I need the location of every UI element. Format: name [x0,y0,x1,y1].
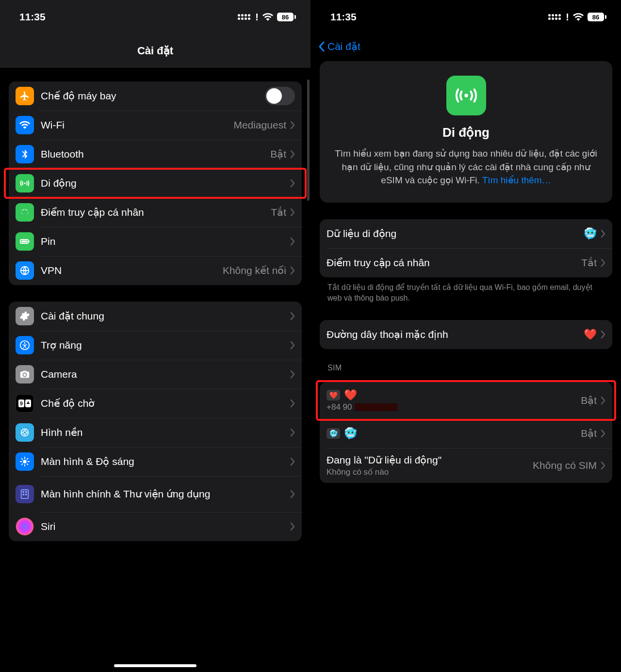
cellular-alert-icon: ! [566,11,569,23]
camera-icon [16,365,34,384]
row-hotspot-s2[interactable]: Điểm truy cập cá nhân Tắt [320,248,612,277]
chevron-right-icon [601,330,605,339]
hotspot-value: Tắt [271,207,286,218]
svg-point-6 [24,342,26,344]
chevron-right-icon [290,266,295,275]
wifi-value: Mediaguest [233,119,286,131]
row-general[interactable]: Cài đặt chung [9,302,302,331]
chevron-right-icon [290,179,295,188]
row-camera[interactable]: Camera [9,360,302,389]
redacted-number [355,403,397,411]
standby-label: Chế độ chờ [41,398,290,409]
row-mobile-data[interactable]: Dữ liệu di động 🥶 [320,219,612,248]
chevron-right-icon [290,237,295,246]
mobile-data-label: Dữ liệu di động [327,228,584,240]
siri-label: Siri [41,521,290,532]
display-brightness-icon [16,452,34,471]
chevron-right-icon [601,461,605,470]
status-time: 11:35 [330,11,357,23]
hotspot-icon [16,203,34,222]
sim1-number: +84 90 [327,402,581,412]
siri-icon [16,517,34,536]
row-homescreen[interactable]: Màn hình chính & Thư viện ứng dụng [9,476,302,512]
wifi-row-icon [16,116,34,134]
battery-icon: 86 [588,13,606,21]
row-sim-3[interactable]: Đang là "Dữ liệu di động" Không có số nà… [320,448,612,483]
wifi-label: Wi-Fi [41,119,233,131]
row-hotspot[interactable]: Điểm truy cập cá nhân Tắt [9,198,302,227]
vpn-value: Không kết nối [223,265,286,276]
back-button[interactable]: Cài đặt [311,29,621,61]
gear-icon [16,307,34,325]
sim1-value: Bật [581,395,597,406]
page-title: Cài đặt [0,29,310,68]
airplane-toggle[interactable] [265,87,295,105]
vpn-label: VPN [41,265,223,276]
chevron-right-icon [601,258,605,267]
row-siri[interactable]: Siri [9,512,302,541]
row-bluetooth[interactable]: Bluetooth Bật [9,140,302,169]
chevron-right-icon [601,229,605,238]
bluetooth-label: Bluetooth [41,148,270,160]
home-indicator[interactable] [114,664,196,667]
svg-point-14 [23,460,26,463]
cellular-screen: 11:35 ! 86 Cài đặt Di động Tìm hiểu [310,0,621,672]
row-vpn[interactable]: VPN Không kết nối [9,256,302,285]
row-wallpaper[interactable]: Hình nền [9,418,302,447]
row-battery[interactable]: Pin [9,227,302,256]
hotspot-label: Điểm truy cập cá nhân [41,207,271,218]
cellular-alert-icon: ! [255,11,259,23]
row-accessibility[interactable]: Trợ năng [9,331,302,360]
sim2-tag-icon: 🥶 [327,428,340,439]
cellular-label: Di động [41,177,290,189]
default-line-value: ❤️ [584,328,597,341]
settings-group-connectivity: Chế độ máy bay Wi-Fi Mediaguest Bluetoot… [9,81,302,285]
display-label: Màn hình & Độ sáng [41,456,290,467]
sim1-tag-icon: ❤️ [327,390,340,400]
svg-point-13 [23,431,26,434]
row-wifi[interactable]: Wi-Fi Mediaguest [9,111,302,140]
svg-rect-3 [21,240,27,242]
group-sim: ❤️ ❤️ +84 90 Bật 🥶 🥶 Bật Đang là "D [320,382,612,483]
svg-point-0 [24,182,25,184]
chevron-right-icon [290,399,295,408]
cellular-signal-icon [238,14,250,20]
wifi-icon [262,13,273,21]
default-line-label: Đường dây thoại mặc định [327,329,584,340]
row-sim-1[interactable]: ❤️ ❤️ +84 90 Bật [320,382,612,419]
bluetooth-icon [16,145,34,163]
general-label: Cài đặt chung [41,310,290,322]
learn-more-link[interactable]: Tìm hiểu thêm… [482,175,551,185]
svg-rect-11 [28,401,29,403]
sim-section-header: SIM [320,349,612,376]
status-bar: 11:35 ! 86 [311,0,621,29]
chevron-right-icon [290,370,295,379]
row-sim-2[interactable]: 🥶 🥶 Bật [320,419,612,448]
svg-rect-18 [22,494,24,496]
hero-description: Tìm hiểu xem bạn đang sử dụng bao nhiêu … [331,147,601,187]
chevron-right-icon [290,208,295,217]
svg-rect-17 [25,491,27,493]
wallpaper-label: Hình nền [41,427,290,438]
standby-icon: 9 [16,394,34,413]
cellular-hero-icon [446,76,486,115]
scrollbar[interactable] [307,80,310,201]
chevron-right-icon [290,490,295,498]
sim1-name: ❤️ [344,389,581,401]
row-cellular[interactable]: Di động [9,169,302,198]
chevron-right-icon [290,341,295,350]
row-display[interactable]: Màn hình & Độ sáng [9,447,302,476]
sim2-name: 🥶 [344,427,581,440]
hotspot-s2-label: Điểm truy cập cá nhân [327,257,581,269]
svg-text:9: 9 [20,401,23,406]
chevron-right-icon [290,150,295,159]
homescreen-icon [16,485,34,503]
settings-screen: 11:35 ! 86 Cài đặt [0,0,310,672]
status-time: 11:35 [19,11,46,23]
camera-label: Camera [41,368,290,380]
chevron-right-icon [601,396,605,405]
row-standby[interactable]: 9 Chế độ chờ [9,389,302,418]
row-default-voice-line[interactable]: Đường dây thoại mặc định ❤️ [320,320,612,349]
svg-rect-19 [25,494,27,496]
row-airplane-mode[interactable]: Chế độ máy bay [9,81,302,111]
